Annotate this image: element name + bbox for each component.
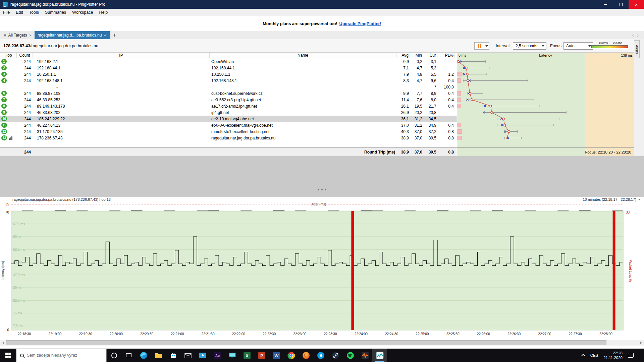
header-avg[interactable]: Avg (396, 53, 410, 58)
header-count[interactable]: Count (17, 53, 33, 58)
table-row[interactable]: 2244192.168.44.1192.168.44.17,14,75,3 (0, 65, 457, 71)
table-row[interactable]: 4244192.168.148.1192.168.148.18,34,79,60… (0, 77, 457, 84)
scrollbar-thumb[interactable] (6, 340, 606, 345)
task-view-button[interactable] (121, 349, 136, 362)
pingplotter-icon[interactable] (372, 349, 387, 362)
header-ip[interactable]: IP (33, 53, 210, 58)
spotify-icon[interactable] (343, 349, 358, 362)
table-row[interactable]: 724446.33.85.253ae3-552.cr3-prg1.ip4.gtt… (0, 97, 457, 103)
edge-icon[interactable] (136, 349, 151, 362)
pause-dropdown[interactable] (484, 42, 489, 50)
steam-icon[interactable] (328, 349, 343, 362)
tab-scroll-right-icon[interactable]: › (637, 33, 639, 38)
table-row[interactable]: 13244178.236.67.43ragequitar.nar.jag.dor… (0, 135, 457, 141)
svg-text:Jitter (ms): Jitter (ms) (311, 202, 326, 206)
header-min[interactable]: Min (410, 53, 423, 58)
svg-text:67,5 ms: 67,5 ms (13, 222, 25, 226)
tray-expand-icon[interactable] (581, 354, 585, 358)
timeline-range-select[interactable]: 10 minutes (22:18:17 - 22:28:17) (583, 197, 641, 201)
ip-cell: 192.168.148.1 (33, 78, 210, 83)
upgrade-link[interactable]: Upgrade PingPlotter! (339, 21, 381, 26)
menu-item-summaries[interactable]: Summaries (42, 9, 69, 16)
table-row[interactable]: 324410.250.1.110.250.1.17,94,85,51,2 (0, 71, 457, 77)
table-row[interactable]: 824489.149.143.178ae17.cr2-ams2.ip4.gtt.… (0, 103, 457, 109)
timeline-scrollbar[interactable] (0, 340, 644, 346)
table-row[interactable]: 10244185.242.229.22ae2-10.mal-vg4.obe.ne… (0, 116, 457, 122)
svg-text:22:25:30: 22:25:30 (446, 332, 460, 336)
hop-number-badge: 3 (1, 72, 7, 77)
tab-active-target[interactable]: ragequitar.nar.jag.d....pa.brutalcs.nu ✓ (35, 31, 110, 39)
mail-icon[interactable] (180, 349, 195, 362)
svg-text:45 ms: 45 ms (13, 260, 22, 264)
alerts-side-tab[interactable]: Alerts (634, 40, 640, 58)
pl-cell: 100,0 (437, 85, 455, 89)
splitter-handle[interactable] (318, 189, 326, 190)
powerpoint-icon[interactable]: P (254, 349, 269, 362)
header-cur[interactable]: Cur (423, 53, 437, 58)
after-effects-icon[interactable]: Ae (210, 349, 225, 362)
new-tab-button[interactable]: + (110, 31, 119, 39)
file-explorer-icon[interactable] (151, 349, 166, 362)
hop-cell: 6 (0, 91, 17, 96)
table-row[interactable]: 1244192.168.2.1OpenWrt.lan0,90,23,1 (0, 58, 457, 65)
chrome-icon[interactable] (284, 349, 299, 362)
hop-latency-chart (457, 58, 634, 147)
menu-item-workspace[interactable]: Workspace (69, 9, 96, 16)
menu-item-help[interactable]: Help (96, 9, 111, 16)
table-row[interactable]: 624488.86.97.108cust-boknet.supernetwork… (0, 90, 457, 97)
table-row[interactable]: 1124446.227.64.13et-0-0-0-excellent.mal-… (0, 122, 457, 128)
timeline-chart[interactable]: 35Jitter (ms)67,5 ms60 ms52,5 ms45 ms37,… (0, 202, 644, 340)
footer-avg: 38,9 (396, 150, 410, 155)
header-pl[interactable]: PL% (437, 53, 455, 58)
count-cell: 244 (17, 117, 33, 121)
taskbar-search[interactable] (16, 349, 107, 362)
menu-item-file[interactable]: File (0, 9, 13, 16)
menu-item-tools[interactable]: Tools (26, 9, 42, 16)
avg-cell: 37,0 (396, 123, 410, 128)
interval-value: 2,5 seconds (516, 44, 537, 48)
action-center-icon[interactable] (628, 353, 634, 358)
hop-number-badge: 8 (1, 104, 7, 109)
count-cell: 244 (17, 78, 33, 83)
svg-text:W: W (274, 353, 278, 358)
table-row[interactable]: -*100,0 (0, 84, 457, 90)
show-desktop-button[interactable] (639, 349, 641, 362)
header-hop[interactable]: Hop (0, 53, 17, 58)
maximize-button[interactable] (613, 0, 629, 9)
hop-cell: 10 (0, 116, 17, 121)
taskbar-clock[interactable]: 22:28 21.11.2020 (603, 351, 623, 360)
monitor-app-icon[interactable] (225, 349, 239, 362)
tab-scroll-left-icon[interactable]: ‹ (632, 33, 634, 38)
search-input[interactable] (27, 353, 97, 358)
name-cell: ae17.cr2-ams2.ip4.gtt.net (210, 104, 396, 109)
close-button[interactable]: × (629, 0, 644, 9)
word-icon[interactable]: W (269, 349, 284, 362)
min-cell: 37,0 (410, 129, 423, 134)
svg-text:22:26:30: 22:26:30 (507, 332, 521, 336)
menu-item-edit[interactable]: Edit (13, 9, 26, 16)
scroll-left-arrow[interactable] (0, 340, 6, 346)
excel-icon[interactable]: X (239, 349, 254, 362)
cortana-button[interactable] (107, 349, 121, 362)
pl-cell: 1,2 (437, 72, 455, 77)
store-icon[interactable] (166, 349, 180, 362)
table-row[interactable]: 1224431.170.24.135mmo5-sto1.excellent-ho… (0, 128, 457, 135)
table-row[interactable]: 924446.33.68.202ip4.gtt.net26,920,220,8 (0, 109, 457, 116)
interval-select[interactable]: 2,5 seconds (513, 42, 546, 50)
pause-button[interactable] (474, 42, 484, 50)
scroll-right-arrow[interactable] (638, 340, 644, 346)
minimize-button[interactable] (598, 0, 613, 9)
tab-all-targets[interactable]: ≡ All Targets × (1, 31, 35, 39)
video-icon[interactable] (195, 349, 210, 362)
close-tab-icon[interactable]: × (29, 33, 32, 38)
language-indicator[interactable]: CES (590, 353, 598, 357)
focus-select[interactable]: Auto (564, 42, 593, 50)
audacity-icon[interactable] (358, 349, 372, 362)
start-button[interactable] (0, 349, 16, 362)
firefox-icon[interactable] (299, 349, 313, 362)
header-name[interactable]: Name (210, 53, 396, 58)
cur-cell: 9,6 (423, 78, 437, 83)
skype-icon[interactable]: S (313, 349, 328, 362)
count-cell: 244 (17, 98, 33, 102)
cur-cell: 39,5 (423, 136, 437, 140)
